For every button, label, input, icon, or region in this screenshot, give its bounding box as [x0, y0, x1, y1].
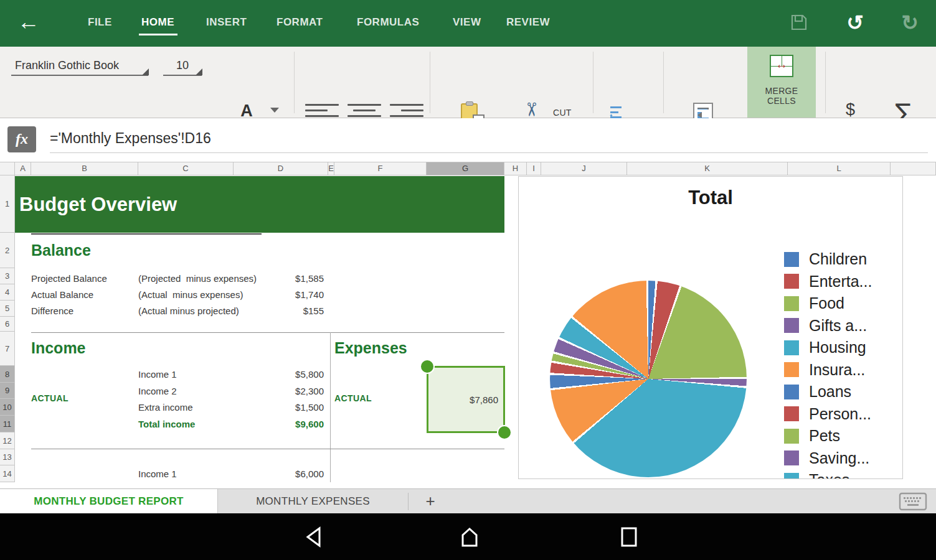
- sheet-tab-monthly-budget-report[interactable]: MONTHLY BUDGET REPORT: [0, 489, 218, 514]
- column-header-H[interactable]: H: [504, 162, 527, 175]
- column-header-L[interactable]: L: [788, 162, 891, 175]
- balance-row-desc: (Actual minus expenses): [138, 289, 243, 300]
- add-sheet-button[interactable]: +: [416, 489, 445, 514]
- section-divider: [31, 332, 504, 333]
- column-header-G[interactable]: G: [427, 162, 504, 175]
- row-header-7[interactable]: 7: [0, 332, 15, 366]
- legend-label: Children: [809, 250, 867, 268]
- fx-button[interactable]: fx: [7, 126, 36, 152]
- row14-value: $6,000: [274, 469, 324, 479]
- save-icon[interactable]: [788, 12, 810, 35]
- column-header-B[interactable]: B: [31, 162, 138, 175]
- merge-cells-icon: ↔: [770, 55, 793, 77]
- balance-row-label: Difference: [31, 306, 73, 316]
- banner-underline: [31, 233, 262, 235]
- legend-swatch: [784, 385, 799, 399]
- income-heading: Income: [31, 339, 86, 357]
- column-divider: [330, 332, 331, 482]
- column-header-J[interactable]: J: [541, 162, 627, 175]
- recents-square-icon: [619, 526, 639, 548]
- legend-swatch: [784, 429, 799, 444]
- row-header-5[interactable]: 5: [0, 301, 15, 317]
- legend-item-taxes: Taxes: [784, 471, 849, 479]
- row-header-9[interactable]: 9: [0, 383, 15, 399]
- legend-item-children: Children: [784, 250, 867, 268]
- income-row-label: Income 1: [138, 369, 177, 380]
- scissors-icon[interactable]: ✂: [522, 101, 541, 117]
- legend-label: Enterta...: [809, 273, 872, 291]
- balance-row: Difference(Actual minus projected)$155: [15, 304, 504, 320]
- column-header-F[interactable]: F: [334, 162, 427, 175]
- column-header-C[interactable]: C: [138, 162, 234, 175]
- legend-swatch: [784, 252, 799, 267]
- legend-label: Saving...: [809, 449, 869, 467]
- legend-swatch: [784, 274, 799, 289]
- row-headers: 1234567891011121314: [0, 175, 15, 482]
- font-size-selector[interactable]: 10: [163, 58, 202, 76]
- top-app-bar: ← FILEHOMEINSERTFORMATFORMULASVIEWREVIEW…: [0, 0, 936, 47]
- back-arrow-icon[interactable]: ←: [17, 9, 40, 35]
- menu-tab-format[interactable]: FORMAT: [277, 16, 323, 29]
- keyboard-toggle-button[interactable]: [899, 492, 927, 513]
- legend-item-saving: Saving...: [784, 449, 869, 467]
- row-header-12[interactable]: 12: [0, 432, 15, 449]
- grid-corner-cell[interactable]: [0, 162, 15, 175]
- row-header-13[interactable]: 13: [0, 449, 15, 465]
- currency-format-button[interactable]: $: [846, 100, 855, 119]
- android-home-button[interactable]: [458, 526, 481, 551]
- legend-item-insura: Insura...: [784, 361, 865, 379]
- selection-handle-bottom-right[interactable]: [497, 425, 512, 440]
- selection-handle-top-left[interactable]: [420, 359, 435, 374]
- menu-tab-insert[interactable]: INSERT: [206, 16, 247, 29]
- redo-icon[interactable]: ↻: [899, 12, 921, 35]
- column-header-K[interactable]: K: [627, 162, 788, 175]
- income-row-label: Extra income: [138, 402, 193, 413]
- row-header-1[interactable]: 1: [0, 175, 15, 233]
- menu-tab-review[interactable]: REVIEW: [506, 16, 550, 29]
- row14-label: Income 1: [138, 469, 177, 479]
- column-header-I[interactable]: I: [527, 162, 541, 175]
- legend-swatch: [784, 296, 799, 311]
- row-header-11[interactable]: 11: [0, 416, 15, 432]
- keyboard-icon: [899, 492, 927, 511]
- legend-item-pets: Pets: [784, 427, 840, 445]
- cut-button[interactable]: CUT: [553, 108, 590, 118]
- sheet-title: Budget Overview: [15, 194, 177, 216]
- row-header-4[interactable]: 4: [0, 284, 15, 301]
- ribbon-separator: [430, 52, 430, 113]
- column-headers: ABCDEFGHIJKL: [0, 162, 936, 175]
- row-header-3[interactable]: 3: [0, 268, 15, 284]
- menu-tab-formulas[interactable]: FORMULAS: [357, 16, 419, 29]
- excel-app-window: ← FILEHOMEINSERTFORMATFORMULASVIEWREVIEW…: [0, 0, 936, 560]
- row-header-6[interactable]: 6: [0, 317, 15, 332]
- column-header-A[interactable]: A: [15, 162, 31, 175]
- legend-item-food: Food: [784, 294, 844, 312]
- legend-item-housing: Housing: [784, 338, 866, 357]
- pie-chart-object[interactable]: Total ChildrenEnterta...FoodGifts a...Ho…: [518, 176, 903, 479]
- menu-tab-file[interactable]: FILE: [88, 16, 112, 29]
- android-back-button[interactable]: [304, 526, 325, 551]
- menu-tab-view[interactable]: VIEW: [453, 16, 481, 29]
- undo-icon[interactable]: ↺: [844, 12, 866, 35]
- android-recents-button[interactable]: [619, 526, 639, 551]
- merge-cells-button[interactable]: ↔ MERGE CELLS: [747, 47, 816, 118]
- income-row-label: Income 2: [138, 386, 177, 396]
- menu-tab-home[interactable]: HOME: [141, 16, 174, 29]
- row-header-10[interactable]: 10: [0, 399, 15, 416]
- formula-input[interactable]: [50, 124, 928, 153]
- active-menu-underline: [139, 34, 177, 35]
- column-header-E[interactable]: E: [328, 162, 334, 175]
- row-header-14[interactable]: 14: [0, 465, 15, 482]
- column-header-D[interactable]: D: [234, 162, 328, 175]
- chart-title: Total: [519, 187, 902, 209]
- font-color-dropdown-caret[interactable]: [270, 108, 279, 113]
- income-row-value: $1,500: [295, 402, 324, 413]
- row-header-2[interactable]: 2: [0, 233, 15, 268]
- sheet-tab-monthly-expenses[interactable]: MONTHLY EXPENSES: [218, 489, 408, 514]
- column-header-filler: [891, 162, 936, 175]
- font-name-selector[interactable]: Franklin Gothic Book: [11, 58, 148, 76]
- selected-cell-expenses-actual[interactable]: $7,860: [427, 366, 505, 433]
- legend-label: Housing: [809, 338, 866, 357]
- balance-row: Actual Balance(Actual minus expenses)$1,…: [15, 287, 504, 304]
- row-header-8[interactable]: 8: [0, 366, 15, 383]
